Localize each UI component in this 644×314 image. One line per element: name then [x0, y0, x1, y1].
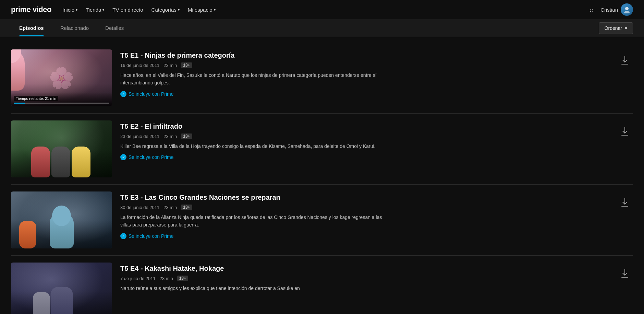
episode-date: 16 de junio de 2011	[120, 63, 159, 68]
tabs-bar: Episodios Relacionado Detalles Ordenar ▾	[0, 19, 644, 37]
age-badge: 13+	[181, 62, 192, 68]
download-button-ep1[interactable]	[617, 52, 633, 69]
avatar	[621, 3, 633, 16]
tab-detalles-label: Detalles	[105, 25, 124, 31]
logo-text: prime video	[11, 5, 51, 14]
nav-tienda-chevron: ▾	[102, 8, 104, 12]
header: prime video Inicio ▾ Tienda ▾ TV en dire…	[0, 0, 644, 19]
download-button-ep2[interactable]	[617, 123, 633, 140]
tabs-list: Episodios Relacionado Detalles	[11, 20, 132, 36]
episode-date: 30 de junio de 2011	[120, 205, 159, 210]
episode-description: Naruto reúne a sus amigos y les explica …	[120, 284, 388, 292]
episode-meta: 16 de junio de 2011 23 min 13+	[120, 62, 608, 68]
progress-bar-track	[14, 103, 109, 104]
character-figure	[31, 147, 50, 177]
episode-title[interactable]: T5 E3 - Las Cinco Grandes Naciones se pr…	[120, 193, 608, 202]
episode-info-ep3: T5 E3 - Las Cinco Grandes Naciones se pr…	[120, 191, 608, 239]
prime-badge: ✓ Se incluye con Prime	[120, 154, 608, 160]
episode-thumbnail-ep1[interactable]: Tiempo restante: 21 min	[11, 49, 112, 106]
episode-info-ep2: T5 E2 - El infiltrado 23 de junio de 201…	[120, 120, 608, 160]
nav-miesp[interactable]: Mi espacio ▾	[188, 7, 216, 13]
table-row: Tiempo restante: 21 min T5 E1 - Ninjas d…	[11, 43, 633, 114]
table-row: T5 E3 - Las Cinco Grandes Naciones se pr…	[11, 185, 633, 256]
nav-tienda-label: Tienda	[86, 7, 101, 13]
ordenar-chevron-icon: ▾	[625, 25, 627, 31]
nav-inicio-label: Inicio	[62, 7, 74, 13]
nav-inicio[interactable]: Inicio ▾	[62, 7, 77, 13]
character-figure	[11, 49, 25, 91]
progress-bar-fill	[14, 103, 25, 104]
prime-label: Se incluye con Prime	[129, 91, 174, 97]
episode-title[interactable]: T5 E2 - El infiltrado	[120, 122, 608, 131]
episode-description: La formación de la Alianza Ninja queda r…	[120, 213, 388, 229]
age-badge: 13+	[177, 276, 188, 281]
ordenar-label: Ordenar	[605, 25, 622, 31]
prime-check-icon: ✓	[120, 91, 126, 97]
table-row: T5 E2 - El infiltrado 23 de junio de 201…	[11, 114, 633, 185]
episode-description: Hace años, en el Valle del Fin, Sasuke l…	[120, 71, 388, 87]
nav-tienda[interactable]: Tienda ▾	[86, 7, 104, 13]
nav-miesp-chevron: ▾	[214, 8, 216, 12]
svg-point-0	[625, 7, 629, 10]
svg-point-1	[624, 11, 630, 13]
nav-categorias-label: Categorías	[151, 7, 177, 13]
nav-miesp-label: Mi espacio	[188, 7, 212, 13]
ordenar-button[interactable]: Ordenar ▾	[599, 22, 633, 34]
tab-relacionado[interactable]: Relacionado	[52, 20, 97, 36]
table-row: T5 E4 - Kakashi Hatake, Hokage 7 de juli…	[11, 256, 633, 314]
character-figure	[50, 287, 73, 314]
nav-categorias[interactable]: Categorías ▾	[151, 7, 180, 13]
nav-categorias-chevron: ▾	[178, 8, 180, 12]
episode-info-ep1: T5 E1 - Ninjas de primera categoría 16 d…	[120, 49, 608, 97]
episode-duration: 23 min	[163, 205, 177, 210]
user-area[interactable]: Cristian	[600, 3, 633, 16]
nav-tv[interactable]: TV en directo	[112, 7, 143, 13]
download-button-ep4[interactable]	[617, 265, 633, 282]
episode-duration: 23 min	[160, 276, 173, 281]
character-figure	[33, 292, 50, 314]
episode-description: Killer Bee regresa a la Villa de la Hoja…	[120, 142, 388, 150]
episode-thumbnail-ep3[interactable]	[11, 191, 112, 248]
episode-date: 7 de julio de 2011	[120, 276, 156, 281]
character-figure	[50, 214, 74, 248]
episodes-list: Tiempo restante: 21 min T5 E1 - Ninjas d…	[0, 37, 644, 314]
prime-badge: ✓ Se incluye con Prime	[120, 91, 608, 97]
episode-title[interactable]: T5 E4 - Kakashi Hatake, Hokage	[120, 264, 608, 273]
search-icon[interactable]: ⌕	[590, 6, 594, 14]
nav-inicio-chevron: ▾	[76, 8, 77, 12]
character-figure	[72, 147, 90, 177]
download-button-ep3[interactable]	[617, 194, 633, 211]
prime-label: Se incluye con Prime	[129, 233, 174, 239]
user-name: Cristian	[600, 7, 618, 13]
main-nav: Inicio ▾ Tienda ▾ TV en directo Categorí…	[62, 7, 579, 13]
episode-meta: 23 de junio de 2011 23 min 13+	[120, 133, 608, 139]
tab-episodios[interactable]: Episodios	[11, 20, 52, 36]
episode-title[interactable]: T5 E1 - Ninjas de primera categoría	[120, 51, 608, 60]
tab-episodios-label: Episodios	[19, 25, 44, 31]
nav-tv-label: TV en directo	[112, 7, 143, 13]
tab-relacionado-label: Relacionado	[60, 25, 89, 31]
episode-duration: 23 min	[163, 134, 177, 139]
prime-badge: ✓ Se incluye con Prime	[120, 233, 608, 239]
nav-right: ⌕ Cristian	[590, 3, 633, 16]
character-figure	[19, 221, 36, 248]
episode-info-ep4: T5 E4 - Kakashi Hatake, Hokage 7 de juli…	[120, 263, 608, 296]
character-figure	[51, 147, 70, 177]
episode-date: 23 de junio de 2011	[120, 134, 159, 139]
episode-duration: 23 min	[163, 63, 177, 68]
episode-meta: 30 de junio de 2011 23 min 13+	[120, 205, 608, 210]
tab-detalles[interactable]: Detalles	[97, 20, 132, 36]
episode-meta: 7 de julio de 2011 23 min 13+	[120, 276, 608, 281]
age-badge: 13+	[181, 133, 192, 139]
episode-thumbnail-ep4[interactable]	[11, 263, 112, 314]
prime-label: Se incluye con Prime	[129, 154, 174, 160]
prime-check-icon: ✓	[120, 154, 126, 160]
progress-overlay: Tiempo restante: 21 min	[11, 92, 112, 106]
age-badge: 13+	[181, 205, 192, 210]
logo[interactable]: prime video	[11, 5, 51, 14]
episode-thumbnail-ep2[interactable]	[11, 120, 112, 177]
prime-check-icon: ✓	[120, 233, 126, 239]
progress-label: Tiempo restante: 21 min	[14, 96, 58, 101]
